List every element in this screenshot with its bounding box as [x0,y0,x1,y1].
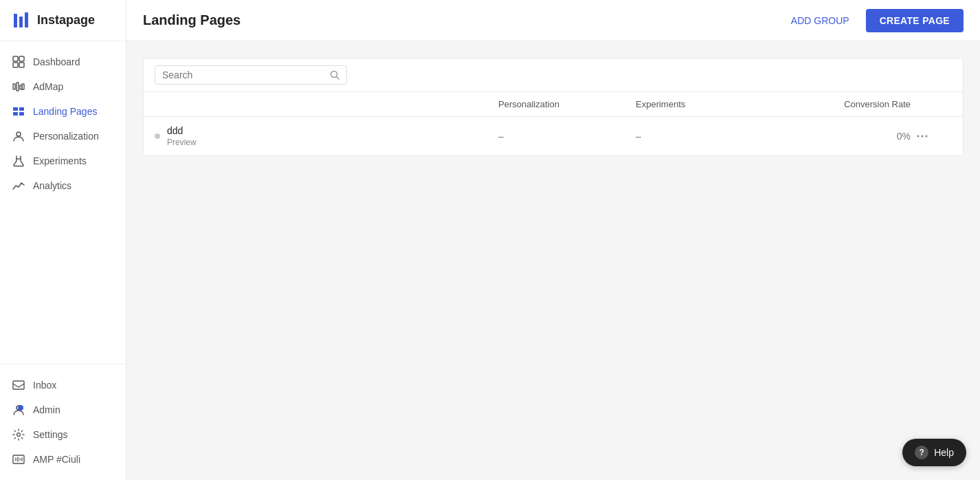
search-input[interactable] [162,69,326,80]
svg-rect-7 [13,84,15,89]
sidebar-item-label: Experiments [33,155,87,166]
col-header-personalization: Personalization [498,99,636,109]
svg-point-19 [17,433,21,437]
table-toolbar [144,58,963,92]
logo-text: Instapage [37,13,95,28]
sidebar-bottom: Inbox Admin S [0,364,126,480]
experiments-cell: – [636,131,773,142]
svg-rect-8 [16,83,19,91]
search-wrapper[interactable] [155,65,347,85]
page-name-cell: ddd Preview [155,125,498,147]
create-page-button[interactable]: CREATE PAGE [866,9,964,32]
svg-rect-14 [19,112,24,116]
help-icon: ? [915,446,928,459]
sidebar-item-label: Landing Pages [33,106,97,117]
col-header-actions [911,99,952,109]
amp-icon [12,453,25,466]
svg-rect-0 [14,14,17,28]
page-info: ddd Preview [167,125,197,147]
conversion-rate-cell: 0% [773,131,911,142]
page-title: Landing Pages [143,12,241,28]
dashboard-icon [12,56,25,68]
header-actions: ADD GROUP CREATE PAGE [783,9,964,32]
analytics-icon [12,179,25,192]
svg-point-27 [917,135,920,138]
logo[interactable]: Instapage [0,0,126,41]
table-row: ddd Preview – – 0% [144,117,963,155]
sidebar-item-admap[interactable]: AdMap [0,74,126,99]
col-header-experiments: Experiments [636,99,773,109]
table-header: Personalization Experiments Conversion R… [144,92,963,117]
svg-rect-11 [13,107,18,111]
inbox-icon [12,379,25,391]
svg-line-26 [337,77,339,80]
sidebar-nav: Dashboard AdMap [0,41,126,364]
sidebar-item-label: AMP #Ciuli [33,454,80,465]
svg-point-15 [16,132,21,136]
sidebar-item-analytics[interactable]: Analytics [0,173,126,198]
sidebar-item-amp[interactable]: AMP #Ciuli [0,447,126,472]
svg-rect-4 [19,56,24,61]
status-dot [155,133,160,139]
landing-pages-table: Personalization Experiments Conversion R… [143,58,964,156]
svg-rect-3 [13,56,18,61]
col-header-conversion-rate: Conversion Rate [773,99,911,109]
svg-rect-13 [13,112,18,116]
svg-rect-10 [22,84,24,89]
svg-point-28 [922,135,924,138]
personalization-cell: – [498,131,636,142]
main-content: Personalization Experiments Conversion R… [126,41,980,480]
more-options-button[interactable] [911,127,934,145]
svg-rect-5 [13,63,18,67]
admin-icon [12,404,25,416]
sidebar-item-label: Inbox [33,380,56,391]
sidebar: Instapage Dashboard [0,0,126,480]
add-group-button[interactable]: ADD GROUP [783,10,858,32]
sidebar-item-label: Settings [33,429,68,440]
main-content-area: Landing Pages ADD GROUP CREATE PAGE [126,0,980,480]
experiments-icon [12,155,25,167]
sidebar-item-label: AdMap [33,81,63,92]
row-actions-cell [911,127,952,145]
admin-notification-dot [18,405,23,411]
help-label: Help [934,447,954,458]
sidebar-item-label: Personalization [33,131,99,142]
landing-pages-icon [12,105,25,118]
logo-icon [12,11,32,30]
svg-rect-6 [19,63,24,67]
svg-rect-2 [25,12,28,28]
svg-rect-1 [19,17,23,28]
sidebar-item-experiments[interactable]: Experiments [0,149,126,173]
svg-point-29 [926,135,928,138]
search-icon [330,70,339,80]
page-name: ddd [167,125,197,136]
settings-icon [12,428,25,441]
sidebar-item-settings[interactable]: Settings [0,422,126,447]
main-header: Landing Pages ADD GROUP CREATE PAGE [126,0,980,41]
svg-rect-12 [19,107,24,111]
page-preview-link[interactable]: Preview [167,138,197,147]
col-header-name [155,99,498,109]
sidebar-item-dashboard[interactable]: Dashboard [0,50,126,74]
sidebar-item-label: Dashboard [33,56,80,67]
sidebar-item-label: Analytics [33,180,71,191]
admap-icon [12,80,25,93]
sidebar-item-admin[interactable]: Admin [0,397,126,422]
help-button[interactable]: ? Help [902,439,966,466]
sidebar-item-personalization[interactable]: Personalization [0,124,126,149]
sidebar-item-label: Admin [33,404,60,415]
personalization-icon [12,130,25,142]
sidebar-item-landing-pages[interactable]: Landing Pages [0,99,126,124]
sidebar-item-inbox[interactable]: Inbox [0,373,126,397]
